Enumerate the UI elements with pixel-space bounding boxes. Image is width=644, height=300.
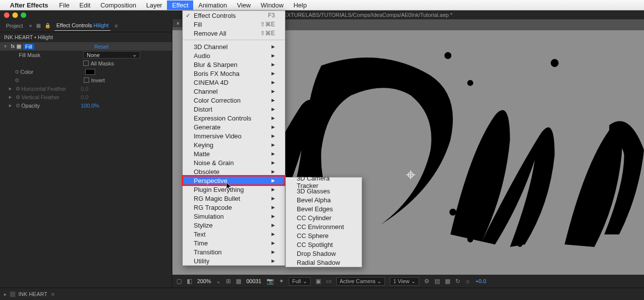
effect-header[interactable]: ▾ fx ▦ Fill Reset: [0, 42, 172, 51]
tab-effect-controls[interactable]: Effect Controls Hilight: [54, 20, 111, 31]
exposure-icon[interactable]: ☼: [465, 278, 471, 285]
menu-file[interactable]: File: [54, 0, 74, 10]
guides-icon[interactable]: ▦: [236, 278, 241, 285]
twirl-down-icon[interactable]: ▾: [4, 43, 8, 50]
menu-animation[interactable]: Animation: [193, 0, 232, 10]
mi-remove-all[interactable]: Remove All⇧⌘E: [183, 29, 285, 38]
region-icon[interactable]: ▭: [326, 278, 331, 285]
mi-cc-sphere[interactable]: CC Sphere: [286, 231, 362, 240]
views-dropdown[interactable]: 1 View ⌄: [390, 277, 419, 286]
comp-name[interactable]: INK HEART: [18, 291, 47, 297]
stopwatch-icon[interactable]: ⊙: [15, 69, 19, 74]
mi-category-blur-sharpen[interactable]: Blur & Sharpen▶: [183, 60, 285, 69]
mi-cc-spotlight[interactable]: CC Spotlight: [286, 240, 362, 249]
menu-layer[interactable]: Layer: [141, 0, 167, 10]
twirl-right-icon[interactable]: ▸: [9, 85, 13, 92]
effect-name[interactable]: Fill: [23, 44, 34, 50]
snapshot-icon[interactable]: 📷: [267, 278, 274, 285]
menu-view[interactable]: View: [232, 0, 256, 10]
comp-flow-icon[interactable]: ▦: [445, 278, 450, 285]
mi-bevel-alpha[interactable]: Bevel Alpha: [286, 195, 362, 204]
reset-exposure-icon[interactable]: ↻: [455, 278, 460, 285]
mi-category-matte[interactable]: Matte▶: [183, 149, 285, 158]
mi-category-utility[interactable]: Utility▶: [183, 256, 285, 265]
twirl-right-icon[interactable]: ▸: [9, 102, 13, 109]
mi-category-immersive-video[interactable]: Immersive Video▶: [183, 131, 285, 140]
resolution-dropdown[interactable]: Full ⌄: [289, 277, 311, 286]
mi-category-plugin-everything[interactable]: Plugin Everything▶: [183, 185, 285, 194]
panel-menu-icon[interactable]: ≡: [51, 291, 54, 297]
h-feather-value[interactable]: 0.0: [81, 86, 88, 92]
mask-icon[interactable]: ◧: [187, 278, 192, 285]
transparency-icon[interactable]: ▣: [316, 278, 321, 285]
v-feather-value[interactable]: 0.0: [81, 94, 88, 100]
mi-cc-cylinder[interactable]: CC Cylinder: [286, 213, 362, 222]
tab-project[interactable]: Project: [4, 21, 25, 31]
stopwatch-icon[interactable]: ⊙: [16, 86, 20, 91]
grid-icon[interactable]: ⊞: [226, 278, 231, 285]
mi-category-noise-grain[interactable]: Noise & Grain▶: [183, 158, 285, 167]
exposure-value[interactable]: +0.0: [476, 278, 486, 284]
opacity-value[interactable]: 100.0%: [81, 103, 99, 109]
mi-category-text[interactable]: Text▶: [183, 230, 285, 239]
mi-category-rg-magic-bullet[interactable]: RG Magic Bullet▶: [183, 194, 285, 203]
app-name[interactable]: After Effects: [10, 1, 48, 9]
all-masks-checkbox[interactable]: [83, 60, 89, 66]
color-swatch[interactable]: [85, 69, 95, 75]
maximize-window-button[interactable]: [21, 12, 26, 18]
mi-effect-controls[interactable]: ✓Effect ControlsF3: [183, 11, 285, 20]
timeline-icon[interactable]: ▤: [434, 278, 440, 285]
camera-dropdown[interactable]: Active Camera ⌄: [336, 277, 385, 286]
color-mgmt-icon[interactable]: ✦: [279, 278, 284, 285]
stopwatch-icon[interactable]: ⊙: [16, 103, 20, 108]
twirl-right-icon[interactable]: ▸: [4, 291, 7, 298]
mi-category-distort[interactable]: Distort▶: [183, 105, 285, 114]
mi-radial-shadow[interactable]: Radial Shadow: [286, 258, 362, 267]
mi-category-generate[interactable]: Generate▶: [183, 122, 285, 131]
effect-preset-icon[interactable]: ▦: [16, 43, 21, 50]
mi-3d-camera-tracker[interactable]: 3D Camera Tracker: [286, 178, 362, 186]
stopwatch-icon[interactable]: ⊙: [15, 77, 19, 83]
menu-help[interactable]: Help: [288, 0, 312, 10]
invert-checkbox[interactable]: [84, 77, 89, 83]
reset-button[interactable]: Reset: [94, 44, 108, 50]
menu-effect[interactable]: Effect: [167, 0, 193, 10]
mi-category-time[interactable]: Time▶: [183, 239, 285, 247]
mi-category-3d-channel[interactable]: 3D Channel▶: [183, 42, 285, 51]
mi-category-obsolete[interactable]: Obsolete▶: [183, 167, 285, 176]
minimize-window-button[interactable]: [12, 12, 18, 18]
close-window-button[interactable]: [4, 12, 9, 18]
mi-category-keying[interactable]: Keying▶: [183, 140, 285, 149]
mi-cc-environment[interactable]: CC Environment: [286, 222, 362, 231]
mi-drop-shadow[interactable]: Drop Shadow: [286, 249, 362, 258]
frame-value[interactable]: 00031: [246, 278, 262, 284]
mi-category-rg-trapcode[interactable]: RG Trapcode▶: [183, 203, 285, 212]
mi-category-transition[interactable]: Transition▶: [183, 247, 285, 256]
chevron-down-icon[interactable]: ⌄: [216, 278, 221, 285]
lock-icon[interactable]: 🔒: [45, 23, 51, 28]
menu-edit[interactable]: Edit: [74, 0, 95, 10]
mi-category-simulation[interactable]: Simulation▶: [183, 212, 285, 221]
panel-menu-icon[interactable]: ≡: [114, 23, 117, 29]
tab-close-icon[interactable]: ×: [29, 23, 32, 29]
mi-category-color-correction[interactable]: Color Correction▶: [183, 96, 285, 105]
mi-category-boris-fx-mocha[interactable]: Boris FX Mocha▶: [183, 69, 285, 78]
twirl-right-icon[interactable]: ▸: [9, 94, 13, 100]
zoom-value[interactable]: 200%: [197, 278, 211, 284]
mi-category-expression-controls[interactable]: Expression Controls▶: [183, 114, 285, 122]
stopwatch-icon[interactable]: ⊙: [16, 94, 20, 100]
fx-badge-icon[interactable]: fx: [11, 44, 15, 49]
fast-preview-icon[interactable]: ⚙: [424, 278, 429, 285]
mi-category-channel[interactable]: Channel▶: [183, 87, 285, 96]
menu-composition[interactable]: Composition: [96, 0, 141, 10]
menu-window[interactable]: Window: [256, 0, 288, 10]
mi-bevel-edges[interactable]: Bevel Edges: [286, 204, 362, 213]
mi-category-cinema-4d[interactable]: CINEMA 4D▶: [183, 78, 285, 87]
mi-category-stylize[interactable]: Stylize▶: [183, 221, 285, 230]
mi-category-perspective[interactable]: Perspective▶: [183, 176, 285, 185]
mi-category-audio[interactable]: Audio▶: [183, 51, 285, 60]
alpha-icon[interactable]: ▢: [176, 278, 182, 285]
mi-last-effect[interactable]: Fill⇧⌘E: [183, 20, 285, 29]
fill-mask-dropdown[interactable]: None⌄: [83, 51, 140, 59]
mi-3d-glasses[interactable]: 3D Glasses: [286, 186, 362, 195]
